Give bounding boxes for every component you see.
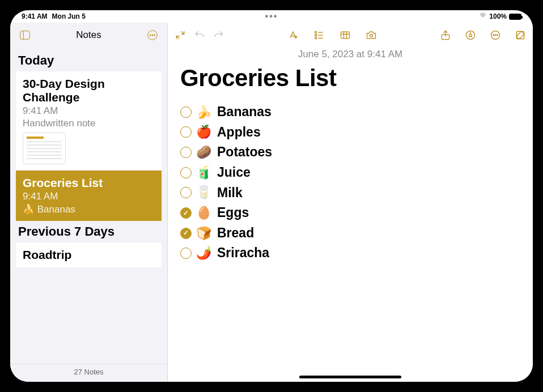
note-item-preview: 🍌 Bananas <box>23 203 155 215</box>
check-item[interactable]: 🍌Bananas <box>180 102 520 122</box>
check-item[interactable]: 🍎Apples <box>180 122 520 143</box>
note-item-preview: Handwritten note <box>23 118 155 129</box>
status-time: 9:41 AM <box>22 12 48 20</box>
check-circle-icon[interactable] <box>180 167 192 178</box>
checklist[interactable]: 🍌Bananas🍎Apples🥔Potatoes🧃Juice🥛Milk🥚Eggs… <box>180 102 520 263</box>
svg-point-8 <box>315 34 317 36</box>
check-item[interactable]: 🥛Milk <box>180 183 520 203</box>
more-icon[interactable] <box>489 28 502 42</box>
compose-icon[interactable] <box>514 28 527 42</box>
item-label[interactable]: Potatoes <box>217 142 272 163</box>
item-emoji: 🥔 <box>196 143 211 162</box>
item-emoji: 🥛 <box>196 183 211 202</box>
editor-toolbar <box>168 23 533 48</box>
note-item-title: 30-Day Design Challenge <box>23 77 155 104</box>
check-item[interactable]: 🧃Juice <box>180 163 520 183</box>
section-header-previous: Previous 7 Days <box>10 221 167 242</box>
item-label[interactable]: Bananas <box>217 102 272 122</box>
item-emoji: 🧃 <box>196 163 211 182</box>
note-title[interactable]: Groceries List <box>180 65 520 92</box>
status-bar: 9:41 AM Mon Jun 5 ••• 100% <box>10 10 533 23</box>
item-emoji: 🍎 <box>196 122 211 142</box>
check-item[interactable]: 🌶️Sriracha <box>180 243 520 263</box>
battery-percent: 100% <box>489 12 507 20</box>
item-label[interactable]: Juice <box>217 163 251 183</box>
check-circle-icon[interactable] <box>180 207 192 219</box>
note-thumbnail <box>23 133 66 164</box>
svg-point-5 <box>154 35 155 36</box>
check-item[interactable]: 🥚Eggs <box>180 203 520 223</box>
check-circle-icon[interactable] <box>180 126 192 138</box>
table-icon[interactable] <box>338 28 352 42</box>
note-item-groceries[interactable]: Groceries List 9:41 AM 🍌 Bananas <box>16 171 162 221</box>
svg-point-21 <box>495 35 496 36</box>
screen: 9:41 AM Mon Jun 5 ••• 100% Notes <box>10 10 533 382</box>
svg-point-20 <box>493 35 494 36</box>
notes-sidebar: Notes Today 30-Day Design Challenge 9:41… <box>10 23 168 382</box>
note-body[interactable]: June 5, 2023 at 9:41 AM Groceries List 🍌… <box>168 48 533 382</box>
svg-point-6 <box>315 31 317 33</box>
note-item-title: Roadtrip <box>23 248 155 262</box>
home-indicator[interactable] <box>299 376 401 378</box>
check-item[interactable]: 🍞Bread <box>180 223 520 244</box>
item-label[interactable]: Eggs <box>217 203 249 223</box>
check-circle-icon[interactable] <box>180 106 192 118</box>
check-circle-icon[interactable] <box>180 187 192 198</box>
item-label[interactable]: Sriracha <box>217 243 269 263</box>
status-date: Mon Jun 5 <box>52 12 86 20</box>
handoff-indicator-icon[interactable]: ••• <box>265 11 278 22</box>
note-timestamp: June 5, 2023 at 9:41 AM <box>180 49 520 60</box>
check-circle-icon[interactable] <box>180 248 192 259</box>
notes-count: 27 Notes <box>10 364 167 382</box>
item-label[interactable]: Apples <box>217 122 261 143</box>
camera-icon[interactable] <box>364 28 378 42</box>
wifi-icon <box>479 12 487 22</box>
expand-icon[interactable] <box>173 28 187 42</box>
svg-rect-0 <box>20 31 30 40</box>
item-label[interactable]: Milk <box>217 183 243 203</box>
item-emoji: 🍞 <box>196 224 211 243</box>
sidebar-title: Notes <box>76 29 101 41</box>
checklist-icon[interactable] <box>312 28 326 42</box>
section-header-today: Today <box>10 50 167 71</box>
svg-point-22 <box>497 35 498 36</box>
check-item[interactable]: 🥔Potatoes <box>180 142 520 163</box>
note-editor: June 5, 2023 at 9:41 AM Groceries List 🍌… <box>168 23 533 382</box>
note-item-time: 9:41 AM <box>23 191 155 202</box>
check-circle-icon[interactable] <box>180 147 192 158</box>
check-circle-icon[interactable] <box>180 228 192 239</box>
item-emoji: 🍌 <box>196 103 211 122</box>
note-item-title: Groceries List <box>23 176 155 190</box>
svg-rect-12 <box>341 32 350 39</box>
note-item-design-challenge[interactable]: 30-Day Design Challenge 9:41 AM Handwrit… <box>16 71 162 170</box>
note-item-roadtrip[interactable]: Roadtrip <box>16 242 162 267</box>
format-text-icon[interactable] <box>286 28 300 42</box>
battery-icon <box>509 14 521 20</box>
undo-icon[interactable] <box>193 28 206 42</box>
svg-point-3 <box>150 35 151 36</box>
item-label[interactable]: Bread <box>217 223 254 244</box>
more-options-icon[interactable] <box>145 27 160 43</box>
note-item-time: 9:41 AM <box>23 105 155 117</box>
share-icon[interactable] <box>439 28 452 42</box>
ipad-frame: 9:41 AM Mon Jun 5 ••• 100% Notes <box>0 0 543 392</box>
markup-icon[interactable] <box>464 28 477 42</box>
item-emoji: 🌶️ <box>196 244 211 263</box>
redo-icon[interactable] <box>212 28 226 42</box>
notes-list[interactable]: Today 30-Day Design Challenge 9:41 AM Ha… <box>10 48 167 364</box>
svg-point-16 <box>370 34 373 37</box>
sidebar-toggle-icon[interactable] <box>17 27 33 43</box>
item-emoji: 🥚 <box>196 203 211 223</box>
sidebar-toolbar: Notes <box>10 23 167 48</box>
svg-point-4 <box>152 35 153 36</box>
svg-point-10 <box>315 37 317 39</box>
